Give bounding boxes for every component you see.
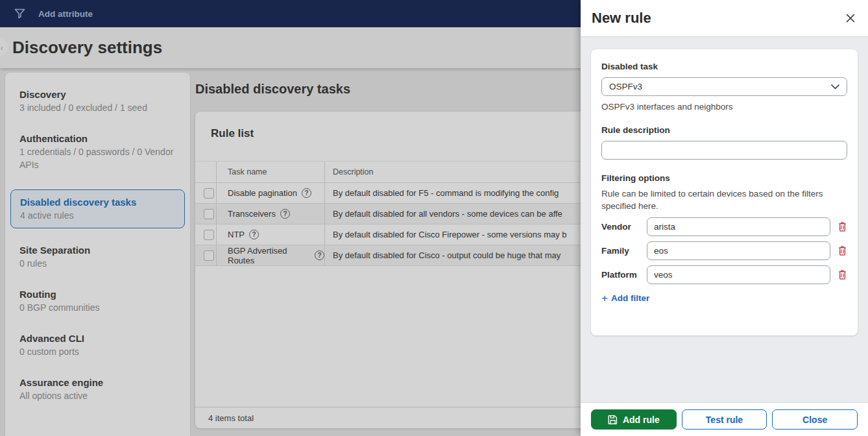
close-label: Close: [802, 415, 827, 425]
vendor-label: Vendor: [601, 222, 647, 232]
rule-description-input[interactable]: [601, 141, 847, 160]
trash-icon: [838, 270, 847, 280]
delete-filter-button[interactable]: [830, 222, 847, 232]
add-filter-label: Add filter: [611, 293, 649, 303]
platform-input[interactable]: [647, 265, 830, 284]
new-rule-form-card: Disabled task OSPFv3 OSPFv3 interfaces a…: [591, 49, 858, 335]
filtering-options-description: Rule can be limited to certain devices b…: [601, 188, 847, 212]
close-icon[interactable]: [844, 12, 857, 25]
disabled-task-value: OSPFv3: [609, 82, 642, 91]
filter-row-platform: Platform: [601, 265, 847, 284]
filter-row-vendor: Vendor: [601, 217, 847, 236]
rule-description-label: Rule description: [601, 125, 847, 136]
drawer-title: New rule: [592, 10, 651, 27]
close-button[interactable]: Close: [772, 409, 858, 430]
family-input[interactable]: [647, 241, 830, 260]
trash-icon: [838, 222, 847, 232]
delete-filter-button[interactable]: [830, 246, 847, 256]
filtering-options-title: Filtering options: [601, 173, 847, 184]
drawer-footer: Add rule Test rule Close: [581, 402, 868, 436]
delete-filter-button[interactable]: [830, 270, 847, 280]
trash-icon: [838, 246, 847, 256]
add-rule-button[interactable]: Add rule: [591, 409, 677, 430]
disabled-task-select[interactable]: OSPFv3: [601, 77, 847, 96]
save-icon: [608, 415, 618, 424]
add-filter-button[interactable]: Add filter: [601, 293, 649, 303]
drawer-header: New rule: [581, 0, 868, 37]
platform-label: Platform: [601, 270, 647, 280]
modal-overlay[interactable]: [0, 0, 581, 436]
chevron-down-icon: [831, 84, 839, 90]
add-rule-label: Add rule: [623, 415, 660, 425]
plus-icon: [601, 294, 608, 303]
filter-row-family: Family: [601, 241, 847, 260]
test-rule-label: Test rule: [706, 415, 743, 425]
new-rule-drawer: New rule Disabled task OSPFv3 OSPFv3 int…: [581, 0, 868, 436]
disabled-task-label: Disabled task: [601, 61, 847, 72]
vendor-input[interactable]: [647, 217, 830, 236]
disabled-task-helper: OSPFv3 interfaces and neighbors: [601, 102, 847, 112]
family-label: Family: [601, 246, 647, 256]
drawer-body: Disabled task OSPFv3 OSPFv3 interfaces a…: [581, 37, 868, 402]
test-rule-button[interactable]: Test rule: [682, 409, 767, 430]
